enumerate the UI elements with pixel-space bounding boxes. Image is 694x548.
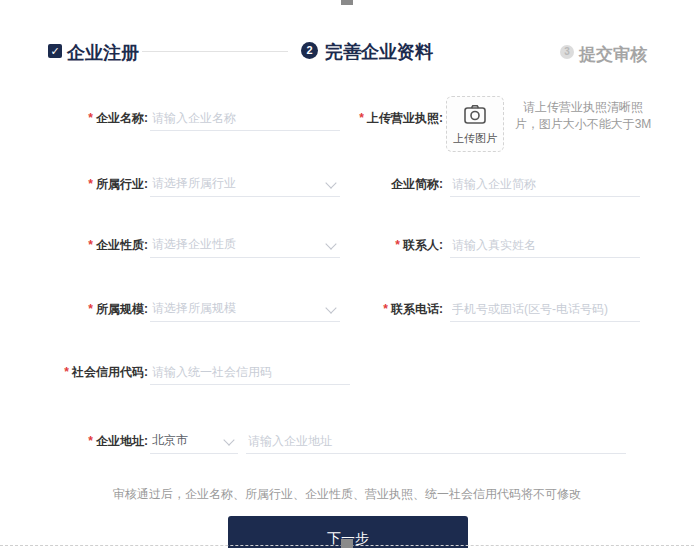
industry-placeholder: 请选择所属行业 [152,176,236,190]
review-note: 审核通过后，企业名称、所属行业、企业性质、营业执照、统一社会信用代码将不可修改 [0,486,694,503]
label-text: 上传营业执照: [367,111,443,125]
label-text: 企业性质: [96,238,148,252]
phone-input[interactable] [450,296,640,322]
step-connector-line [142,51,288,52]
address-input[interactable] [246,428,626,454]
address-city-select[interactable]: 北京市 [150,428,238,454]
license-label: *上传营业执照: [325,105,443,131]
address-label: *企业地址: [20,428,148,454]
company-scale-select[interactable]: 请选择所属规模 [150,296,340,322]
step-label-profile: 完善企业资料 [325,40,433,64]
required-asterisk: * [64,365,69,379]
chevron-down-icon [223,434,234,445]
credit-code-label: *社会信用代码: [20,359,148,385]
label-text: 联系人: [403,238,443,252]
company-name-input[interactable] [150,105,340,131]
label-text: 联系电话: [391,302,443,316]
step-label-register: 企业注册 [67,41,139,65]
company-short-input[interactable] [450,171,640,197]
step2-badge: 2 [301,42,318,59]
label-text: 社会信用代码: [72,365,148,379]
license-hint-line2: 片，图片大小不能大于3M [508,116,658,133]
required-asterisk: * [88,238,93,252]
required-asterisk: * [383,302,388,316]
required-asterisk: * [88,302,93,316]
required-asterisk: * [395,238,400,252]
industry-select[interactable]: 请选择所属行业 [150,171,340,197]
industry-label: *所属行业: [20,171,148,197]
label-text: 企业简称: [391,177,443,191]
label-text: 企业名称: [96,111,148,125]
enterprise-registration-page: ✓ 企业注册 2 完善企业资料 3 提交审核 *企业名称: *上传营业执照: 上… [0,0,694,548]
license-hint-line1: 请上传营业执照清晰照 [508,99,658,116]
credit-code-input[interactable] [150,359,350,385]
step1-checkbox: ✓ [48,44,62,58]
required-asterisk: * [359,111,364,125]
contact-input[interactable] [450,232,640,258]
required-asterisk: * [88,434,93,448]
address-city-value: 北京市 [152,433,188,447]
upload-license-box[interactable]: 上传图片 [446,96,504,152]
required-asterisk: * [88,177,93,191]
step-label-review: 提交审核 [579,43,647,66]
camera-icon [463,104,487,126]
company-scale-label: *所属规模: [20,296,148,322]
required-asterisk: * [88,111,93,125]
top-drag-handle [341,0,353,5]
company-nature-label: *企业性质: [20,232,148,258]
company-name-label: *企业名称: [20,105,148,131]
company-scale-placeholder: 请选择所属规模 [152,301,236,315]
upload-button-label: 上传图片 [447,131,503,146]
step3-badge: 3 [560,45,574,59]
company-nature-placeholder: 请选择企业性质 [152,237,236,251]
check-icon: ✓ [50,45,59,57]
license-hint: 请上传营业执照清晰照 片，图片大小不能大于3M [508,99,658,133]
bottom-drag-handle [341,539,353,548]
company-short-label: 企业简称: [325,171,443,197]
label-text: 所属规模: [96,302,148,316]
company-nature-select[interactable]: 请选择企业性质 [150,232,340,258]
label-text: 企业地址: [96,434,148,448]
phone-label: *联系电话: [325,296,443,322]
contact-label: *联系人: [325,232,443,258]
label-text: 所属行业: [96,177,148,191]
